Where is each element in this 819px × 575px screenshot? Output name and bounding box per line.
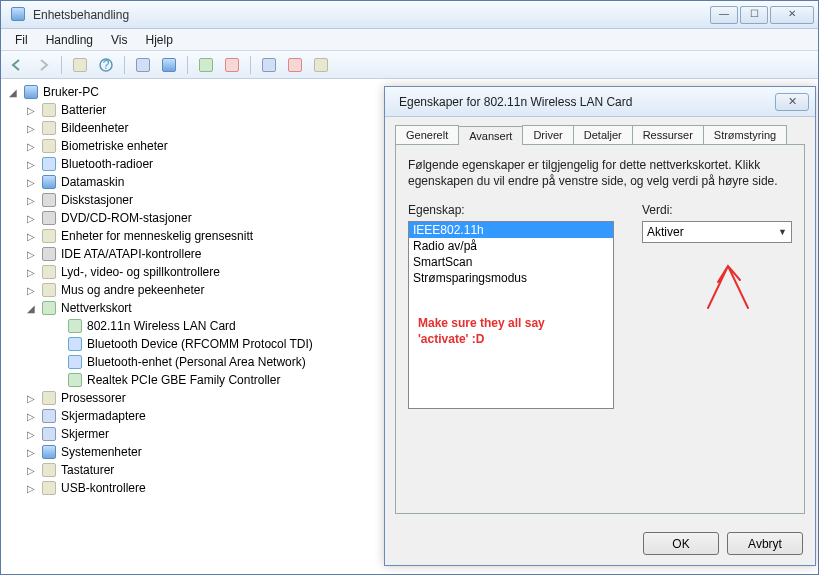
tree-label: Datamaskin <box>61 175 124 189</box>
tb-stop-icon[interactable] <box>220 54 244 76</box>
ok-button[interactable]: OK <box>643 532 719 555</box>
tab-ressurser[interactable]: Ressurser <box>632 125 704 144</box>
tb-list-icon[interactable] <box>68 54 92 76</box>
tree-toggle-icon[interactable]: ▷ <box>25 285 37 296</box>
device-icon <box>67 354 83 370</box>
device-icon <box>67 336 83 352</box>
device-icon <box>67 372 83 388</box>
tb-help-icon[interactable]: ? <box>94 54 118 76</box>
device-icon <box>41 210 57 226</box>
tree-toggle-icon[interactable]: ◢ <box>7 87 19 98</box>
tb-refresh-icon[interactable] <box>194 54 218 76</box>
svg-text:?: ? <box>103 58 110 72</box>
dialog-title: Egenskaper for 802.11n Wireless LAN Card <box>389 95 775 109</box>
tab-avansert[interactable]: Avansert <box>458 126 523 145</box>
device-icon <box>41 174 57 190</box>
toolbar-separator <box>124 56 125 74</box>
tree-label: 802.11n Wireless LAN Card <box>87 319 236 333</box>
tree-toggle-icon[interactable]: ▷ <box>25 447 37 458</box>
property-item[interactable]: SmartScan <box>409 254 613 270</box>
menu-view[interactable]: Vis <box>103 31 135 49</box>
tree-label: Nettverkskort <box>61 301 132 315</box>
forward-button[interactable] <box>31 54 55 76</box>
value-combobox[interactable]: Aktiver ▼ <box>642 221 792 243</box>
cancel-button[interactable]: Avbryt <box>727 532 803 555</box>
tree-toggle-icon[interactable]: ▷ <box>25 429 37 440</box>
tree-toggle-icon[interactable]: ▷ <box>25 483 37 494</box>
window-title: Enhetsbehandling <box>33 8 710 22</box>
device-icon <box>41 444 57 460</box>
tree-toggle-icon[interactable]: ▷ <box>25 177 37 188</box>
tree-label: DVD/CD-ROM-stasjoner <box>61 211 192 225</box>
tree-toggle-icon[interactable]: ▷ <box>25 465 37 476</box>
tree-toggle-icon[interactable]: ▷ <box>25 213 37 224</box>
tree-toggle-icon[interactable]: ▷ <box>25 141 37 152</box>
main-titlebar: Enhetsbehandling — ☐ ✕ <box>1 1 818 29</box>
tb-screen-icon[interactable] <box>131 54 155 76</box>
menu-file[interactable]: Fil <box>7 31 36 49</box>
tab-bar: GenereltAvansertDriverDetaljerRessurserS… <box>385 117 815 144</box>
tree-toggle-icon[interactable]: ▷ <box>25 159 37 170</box>
window-buttons: — ☐ ✕ <box>710 6 814 24</box>
device-icon <box>41 120 57 136</box>
tree-label: IDE ATA/ATAPI-kontrollere <box>61 247 201 261</box>
device-icon <box>41 390 57 406</box>
menu-action[interactable]: Handling <box>38 31 101 49</box>
tree-label: Mus og andre pekeenheter <box>61 283 204 297</box>
property-label: Egenskap: <box>408 203 614 217</box>
tree-toggle-icon[interactable]: ▷ <box>25 195 37 206</box>
device-icon <box>41 264 57 280</box>
tree-label: Bluetooth Device (RFCOMM Protocol TDI) <box>87 337 313 351</box>
device-icon <box>23 84 39 100</box>
tab-strømstyring[interactable]: Strømstyring <box>703 125 787 144</box>
tree-label: Diskstasjoner <box>61 193 133 207</box>
tb-device-icon[interactable] <box>157 54 181 76</box>
maximize-button[interactable]: ☐ <box>740 6 768 24</box>
tab-detaljer[interactable]: Detaljer <box>573 125 633 144</box>
tree-label: Bluetooth-enhet (Personal Area Network) <box>87 355 306 369</box>
tree-toggle-icon[interactable]: ▷ <box>25 249 37 260</box>
tree-label: Skjermadaptere <box>61 409 146 423</box>
chevron-down-icon: ▼ <box>778 227 787 237</box>
tree-label: Bruker-PC <box>43 85 99 99</box>
close-button[interactable]: ✕ <box>770 6 814 24</box>
device-icon <box>41 156 57 172</box>
device-icon <box>41 300 57 316</box>
menu-help[interactable]: Hjelp <box>138 31 181 49</box>
tree-label: Realtek PCIe GBE Family Controller <box>87 373 280 387</box>
tree-toggle-icon[interactable]: ▷ <box>25 105 37 116</box>
device-icon <box>41 228 57 244</box>
tab-generelt[interactable]: Generelt <box>395 125 459 144</box>
toolbar: ? <box>1 51 818 79</box>
tree-label: Lyd-, video- og spillkontrollere <box>61 265 220 279</box>
tree-label: Systemenheter <box>61 445 142 459</box>
value-selected: Aktiver <box>647 225 778 239</box>
tb-scan-icon[interactable] <box>257 54 281 76</box>
value-label: Verdi: <box>642 203 792 217</box>
tree-toggle-icon[interactable]: ▷ <box>25 231 37 242</box>
property-item[interactable]: Strømsparingsmodus <box>409 270 613 286</box>
device-icon <box>41 192 57 208</box>
tree-label: Enheter for menneskelig grensesnitt <box>61 229 253 243</box>
device-icon <box>67 318 83 334</box>
back-button[interactable] <box>5 54 29 76</box>
tree-toggle-icon[interactable]: ◢ <box>25 303 37 314</box>
tree-toggle-icon[interactable]: ▷ <box>25 267 37 278</box>
tree-toggle-icon[interactable]: ▷ <box>25 123 37 134</box>
tab-driver[interactable]: Driver <box>522 125 573 144</box>
tree-label: Tastaturer <box>61 463 114 477</box>
tb-remove-icon[interactable] <box>283 54 307 76</box>
toolbar-separator <box>61 56 62 74</box>
tab-panel-advanced: Følgende egenskaper er tilgjengelig for … <box>395 144 805 514</box>
tb-add-icon[interactable] <box>309 54 333 76</box>
dialog-close-button[interactable]: ✕ <box>775 93 809 111</box>
property-item[interactable]: Radio av/på <box>409 238 613 254</box>
device-icon <box>41 282 57 298</box>
tree-toggle-icon[interactable]: ▷ <box>25 393 37 404</box>
tree-label: Bildeenheter <box>61 121 128 135</box>
property-listbox[interactable]: IEEE802.11hRadio av/påSmartScanStrømspar… <box>408 221 614 409</box>
device-icon <box>41 102 57 118</box>
tree-toggle-icon[interactable]: ▷ <box>25 411 37 422</box>
property-item[interactable]: IEEE802.11h <box>409 222 613 238</box>
minimize-button[interactable]: — <box>710 6 738 24</box>
